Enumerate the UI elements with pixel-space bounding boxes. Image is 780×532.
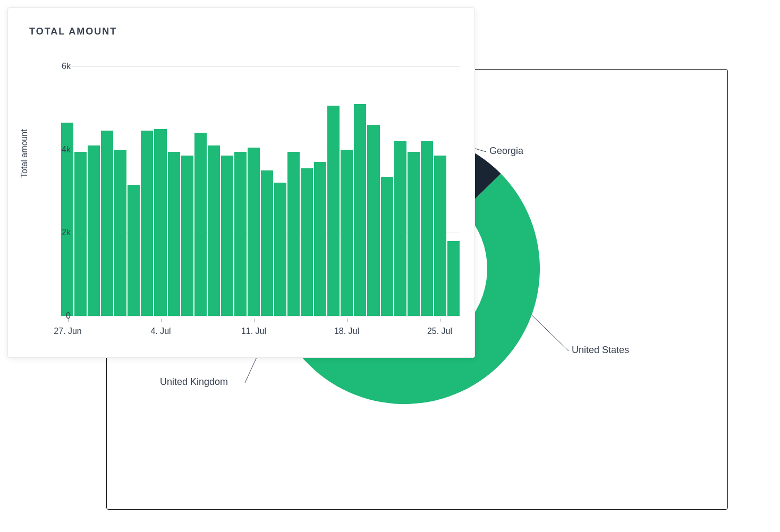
bar (301, 168, 313, 316)
donut-label-text: United Kingdom (160, 376, 228, 387)
bar (354, 104, 366, 316)
donut-label-us: United States (572, 345, 629, 356)
bar (248, 148, 260, 316)
bar (181, 156, 193, 316)
gridline (61, 316, 460, 316)
bar (341, 150, 353, 316)
bar-chart-card: TOTAL AMOUNT Total amount 02k4k6k 27. Ju… (7, 7, 475, 358)
bar (447, 241, 460, 316)
bar (327, 106, 340, 316)
x-tick-label: 18. Jul (334, 327, 359, 336)
bar-x-axis: 27. Jun4. Jul11. Jul18. Jul25. Jul (61, 327, 460, 342)
bar (88, 145, 100, 316)
x-tick-mark (347, 319, 347, 322)
bar (314, 162, 326, 316)
bar (394, 141, 406, 316)
bar (381, 177, 393, 316)
bar (287, 152, 300, 316)
bar (274, 183, 286, 316)
bar (194, 133, 207, 316)
bar (141, 131, 153, 316)
x-tick-label: 27. Jun (54, 327, 81, 336)
bar (128, 185, 140, 316)
bar (261, 170, 273, 316)
bar (208, 145, 220, 316)
y-tick-label: 4k (62, 145, 71, 155)
x-tick-mark (254, 319, 255, 322)
y-tick-label: 2k (62, 228, 71, 237)
x-tick-mark (440, 319, 440, 322)
x-tick-label: 4. Jul (150, 327, 171, 336)
x-tick-label: 11. Jul (241, 327, 266, 336)
bar (114, 150, 126, 316)
bar-chart-title: TOTAL AMOUNT (8, 8, 474, 37)
x-tick-label: 25. Jul (427, 327, 452, 336)
y-tick-label: 6k (62, 62, 71, 71)
bar (408, 152, 420, 316)
bar (221, 156, 233, 316)
bar-series (61, 66, 460, 316)
bar-plot-area (61, 66, 460, 316)
bar (367, 125, 379, 316)
bar (168, 152, 180, 316)
bar-y-axis-label: Total amount (20, 129, 29, 178)
donut-label-uk: United Kingdom (160, 376, 228, 388)
bar (154, 129, 166, 316)
bar (234, 152, 247, 316)
bar (101, 131, 113, 316)
donut-label-text: United States (572, 345, 629, 355)
donut-label-georgia: Georgia (489, 145, 523, 157)
x-tick-mark (68, 319, 69, 322)
donut-label-text: Georgia (489, 145, 523, 156)
x-tick-mark (161, 319, 162, 322)
bar (434, 156, 446, 316)
bar (74, 152, 87, 316)
bar (421, 141, 433, 316)
